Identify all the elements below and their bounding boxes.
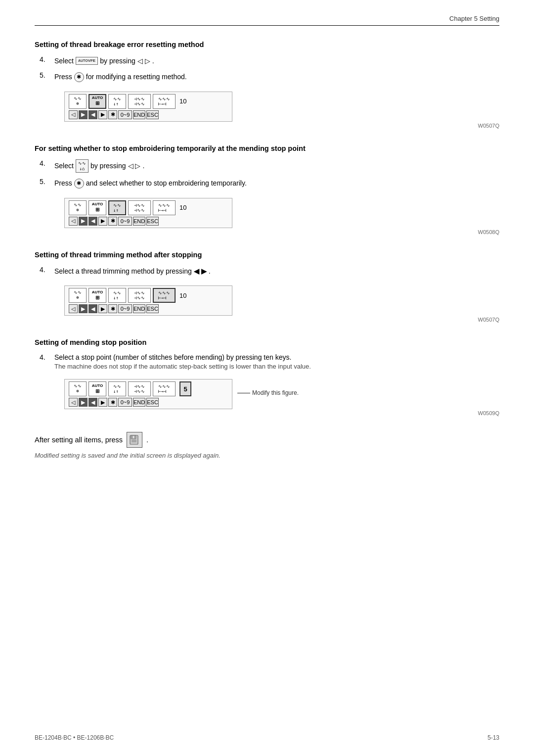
w-code-1: W0507Q [49,123,499,129]
section-title-4: Setting of mending stop position [35,338,499,346]
stitch-cell-3c-hl: ∿∿∿⊢→⊣ [153,288,176,303]
star-icon-2: ✱ [74,179,84,189]
stitch-cell-4c: ∿∿∿⊢→⊣ [153,381,176,396]
nav-esc-1: ESC [146,110,159,119]
arrow-filled-icons-3: ◀ ▶ [194,266,207,277]
nav-end-3: END [133,304,145,313]
nav-star-2: ✱ [108,217,117,226]
svg-rect-4 [133,436,134,438]
arrow-icons-1: ◁ ▷ [137,55,150,66]
svg-rect-2 [132,440,136,441]
nav-right-3: ▶ [98,304,107,313]
arrow-icons-2: ◁ ▷ [128,160,141,171]
nav-row-2: ◁ ▶ ◀ ▶ ✱ 0~9 END ESC [69,217,228,226]
step-4-row-4: 4. Select a stop point (number of stitch… [35,353,499,370]
nav-esc-3: ESC [146,304,159,313]
by-pressing-label-1: by pressing [100,55,135,66]
nav-star-1: ✱ [108,110,117,119]
stitch-cell-1c: ∿∿∿⊢→⊣ [153,94,176,109]
step-content-4-4: Select a stop point (number of stitches … [54,353,311,370]
step-num-4-4: 4. [40,353,54,361]
section-mending-stop: For setting whether to stop embroidering… [35,144,499,235]
auto-vfe-cell-2: AUTO⊞ [89,200,106,215]
nav-left-filled-4: ◀ [89,398,97,407]
nav-left-filled-1: ◀ [89,110,97,119]
press-text-2: and select whether to stop embroidering … [86,178,247,189]
bottom-section: After setting all items, press . Modifie… [35,432,499,459]
stitch-sym-1b: ⊣∿∿⊣∿∿ [134,96,144,106]
modify-annotation: —— Modify this figure. [237,389,299,396]
nav-right-filled-3: ▶ [79,304,88,313]
thread-cell-1: ∿∿⊕ [69,94,87,109]
stitch-cell-1a: ∿∿↓↑ [108,94,126,109]
by-pressing-label-2: by pressing [90,160,126,171]
auto-vfe-symbol-4: AUTO⊞ [92,384,103,394]
stitch-sym-4a: ∿∿↓↑ [113,384,121,394]
step-text-3: Select a thread trimming method by press… [54,266,192,277]
footer-model: BE-1204B·BC • BE-1206B·BC [35,734,114,741]
nav-right-filled-1: ▶ [79,110,88,119]
step-content-4-3: Select a thread trimming method by press… [54,266,211,277]
nav-star-4: ✱ [108,398,117,407]
step-num-5-1: 5. [40,71,54,79]
auto-vfe-symbol-2: AUTO⊞ [92,202,103,213]
step-content-5-1: Press ✱ for modifying a resetting method… [54,71,187,82]
press-label-2: Press [54,178,72,189]
step-4-row-3: 4. Select a thread trimming method by pr… [35,266,499,277]
auto-vfe-icon-1: AUTO VFE [76,57,98,65]
nav-right-filled-4: ▶ [79,398,88,407]
nav-end-4: END [133,398,145,407]
page-footer: BE-1204B·BC • BE-1206B·BC 5-13 [0,734,534,741]
modify-dash: —— [237,389,250,396]
stitch-sym-2b: ⊣∿∿⊣∿∿ [134,203,144,213]
period-1: . [152,55,154,66]
machine-display-4: ∿∿⊕ AUTO⊞ ∿∿↓↑ ⊣∿∿⊣∿∿ ∿∿∿⊢→⊣ 5 [64,379,232,409]
display-top-row-4: ∿∿⊕ AUTO⊞ ∿∿↓↑ ⊣∿∿⊣∿∿ ∿∿∿⊢→⊣ 5 [69,381,228,396]
stitch-sym-4b: ⊣∿∿⊣∿∿ [134,384,144,394]
display-container-3: ∿∿⊕ AUTO⊞ ∿∿↓↑ ⊣∿∿⊣∿∿ ∿∿∿⊢→⊣ 10 ◁ ▶ [49,282,499,317]
stitch-sym-4c: ∿∿∿⊢→⊣ [158,384,170,394]
w-code-2: W0508Q [49,229,499,235]
bottom-note: After setting all items, press . [35,432,499,448]
nav-09-4: 0~9 [118,398,132,407]
stitch-cell-4a: ∿∿↓↑ [108,381,126,396]
step-content-4-1: Select AUTO VFE by pressing ◁ ▷ . [54,55,154,66]
stitch-sym-2c: ∿∿∿⊢→⊣ [158,203,170,213]
nav-esc-2: ESC [146,217,159,226]
thread-cell-2: ∿∿⊕ [69,200,87,215]
auto-vfe-cell-3: AUTO⊞ [89,288,106,303]
step-text-4: Select a stop point (number of stitches … [54,353,311,361]
nav-row-1: ◁ ▶ ◀ ▶ ✱ 0~9 END ESC [69,110,228,119]
nav-end-1: END [133,110,145,119]
select-label-1: Select [54,55,74,66]
nav-right-1: ▶ [98,110,107,119]
nav-esc-4: ESC [146,398,159,407]
step-num-4-2: 4. [40,159,54,167]
auto-vfe-symbol-3: AUTO⊞ [92,290,103,301]
nav-09-3: 0~9 [118,304,132,313]
machine-display-2: ∿∿⊕ AUTO⊞ ∿∿↓↑ ⊣∿∿⊣∿∿ ∿∿∿⊢→⊣ 10 ◁ ▶ [64,198,232,228]
section-mending-position: Setting of mending stop position 4. Sele… [35,338,499,416]
nav-right-filled-2: ▶ [79,217,88,226]
chapter-header: Chapter 5 Setting [35,15,499,26]
nav-09-2: 0~9 [118,217,132,226]
select-label-2: Select [54,160,74,171]
svg-rect-3 [132,441,136,442]
number-10-2: 10 [179,204,186,211]
step-subtext-4: The machine does not stop if the automat… [54,363,311,370]
machine-display-3: ∿∿⊕ AUTO⊞ ∿∿↓↑ ⊣∿∿⊣∿∿ ∿∿∿⊢→⊣ 10 ◁ ▶ [64,285,232,316]
number-10-3: 10 [179,292,186,299]
nav-left-filled-3: ◀ [89,304,97,313]
nav-right-2: ▶ [98,217,107,226]
thread-cell-4: ∿∿⊕ [69,381,87,396]
nav-left-2: ◁ [69,217,78,226]
press-label-1: Press [54,71,72,82]
stitch-sym-3c: ∿∿∿⊢→⊣ [158,290,170,300]
nav-right-4: ▶ [98,398,107,407]
auto-vfe-symbol-1: AUTO⊞ [92,96,103,106]
display-container-2: ∿∿⊕ AUTO⊞ ∿∿↓↑ ⊣∿∿⊣∿∿ ∿∿∿⊢→⊣ 10 ◁ ▶ [49,194,499,229]
nav-09-1: 0~9 [118,110,132,119]
section-title-3: Setting of thread trimming method after … [35,251,499,259]
step-num-4-1: 4. [40,55,54,63]
step-5-row-1: 5. Press ✱ for modifying a resetting met… [35,71,499,82]
